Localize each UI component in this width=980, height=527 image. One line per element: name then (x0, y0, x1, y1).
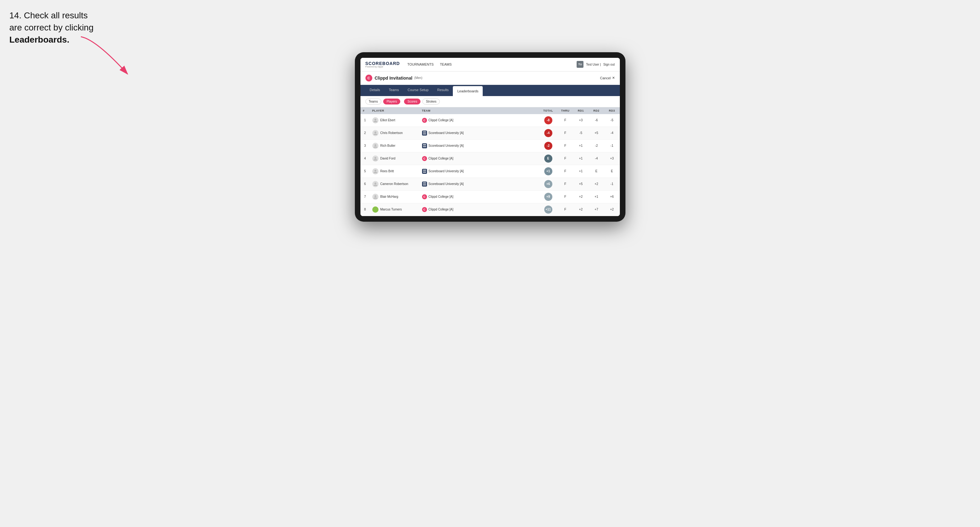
player-avatar (372, 143, 379, 149)
cell-total: -4 (539, 127, 558, 139)
cell-rd3: -4 (604, 127, 620, 139)
tournament-icon: C (366, 75, 372, 81)
nav-teams[interactable]: TEAMS (440, 62, 452, 66)
sign-out-link[interactable]: Sign out (603, 63, 615, 66)
col-rd3: RD3 (604, 107, 620, 114)
col-rd2: RD2 (589, 107, 604, 114)
cell-rd3: +3 (604, 152, 620, 165)
cell-team: Scoreboard University [A] (420, 127, 539, 139)
tablet-device: SCOREBOARD Powered by clippd TOURNAMENTS… (355, 52, 625, 222)
cell-player: Cameron Robertson (370, 178, 420, 190)
cell-rank: 3 (361, 139, 370, 152)
team-icon: C (422, 156, 427, 161)
col-rank: # (361, 107, 370, 114)
team-name: Scoreboard University [A] (429, 170, 464, 173)
cell-total: +1 (539, 165, 558, 178)
team-icon: C (422, 118, 427, 123)
tab-leaderboards[interactable]: Leaderboards (453, 86, 483, 96)
player-name: Rich Butler (380, 144, 396, 148)
cell-player: Blair McHarg (370, 190, 420, 203)
cell-rd1: -5 (573, 127, 589, 139)
cancel-button[interactable]: Cancel ✕ (600, 76, 614, 80)
player-name: Elliot Ebert (380, 119, 395, 122)
cell-total: -8 (539, 114, 558, 127)
tab-teams[interactable]: Teams (384, 85, 403, 96)
tournament-badge: (Men) (414, 76, 422, 79)
filter-strokes[interactable]: Strokes (422, 98, 440, 105)
cell-player: Elliot Ebert (370, 114, 420, 127)
cell-thru: F (558, 114, 573, 127)
tabs-bar: Details Teams Course Setup Results Leade… (361, 85, 620, 96)
filter-players[interactable]: Players (383, 98, 400, 105)
team-name: Scoreboard University [A] (429, 144, 464, 148)
cancel-label: Cancel (600, 76, 611, 80)
cell-total: E (539, 152, 558, 165)
user-name: Test User | (586, 63, 601, 66)
player-name: Cameron Robertson (380, 182, 408, 186)
tab-details[interactable]: Details (366, 85, 385, 96)
player-name: Rees Britt (380, 170, 394, 173)
cell-rd1: +3 (573, 114, 589, 127)
tablet-screen: SCOREBOARD Powered by clippd TOURNAMENTS… (361, 58, 620, 216)
cell-team: CClippd College [A] (420, 203, 539, 216)
logo-subtitle: Powered by clippd (366, 66, 400, 68)
cell-rd3: E (604, 165, 620, 178)
cell-rank: 6 (361, 178, 370, 190)
cell-rd2: -4 (589, 152, 604, 165)
page-header: C Clippd Invitational (Men) Cancel ✕ (361, 71, 620, 85)
cell-total: +9 (539, 190, 558, 203)
cell-team: CClippd College [A] (420, 190, 539, 203)
cell-team: CClippd College [A] (420, 152, 539, 165)
player-avatar (372, 206, 379, 213)
filter-teams[interactable]: Teams (366, 98, 381, 105)
team-name: Clippd College [A] (429, 157, 453, 160)
cell-team: CClippd College [A] (420, 114, 539, 127)
cell-rd1: +2 (573, 203, 589, 216)
svg-point-1 (374, 119, 376, 121)
navigation-bar: SCOREBOARD Powered by clippd TOURNAMENTS… (361, 58, 620, 71)
cell-player: David Ford (370, 152, 420, 165)
cell-rd1: +2 (573, 190, 589, 203)
team-icon (422, 143, 427, 148)
cell-rd2: E (589, 165, 604, 178)
tab-results[interactable]: Results (433, 85, 453, 96)
player-avatar (372, 156, 379, 162)
table-row: 2Chris RobertsonScoreboard University [A… (361, 127, 620, 139)
cell-rd2: +2 (589, 178, 604, 190)
cell-rd2: +1 (589, 190, 604, 203)
cell-rd1: +5 (573, 178, 589, 190)
player-avatar (372, 117, 379, 124)
nav-links: TOURNAMENTS TEAMS (407, 62, 577, 66)
cell-rd3: -5 (604, 114, 620, 127)
cell-thru: F (558, 152, 573, 165)
cell-thru: F (558, 178, 573, 190)
col-rd1: RD1 (573, 107, 589, 114)
cell-rank: 5 (361, 165, 370, 178)
table-header-row: # PLAYER TEAM TOTAL THRU RD1 RD2 RD3 (361, 107, 620, 114)
table-row: 1Elliot EbertCClippd College [A]-8F+3-6-… (361, 114, 620, 127)
tournament-name: Clippd Invitational (375, 76, 412, 81)
team-name: Clippd College [A] (429, 208, 453, 211)
logo-title: SCOREBOARD (366, 61, 400, 66)
team-name: Scoreboard University [A] (429, 131, 464, 135)
cell-rd3: +2 (604, 203, 620, 216)
table-row: 3Rich ButlerScoreboard University [A]-2F… (361, 139, 620, 152)
cell-team: Scoreboard University [A] (420, 165, 539, 178)
logo-area: SCOREBOARD Powered by clippd (366, 61, 400, 68)
filter-row: Teams Players Scores Strokes (361, 96, 620, 107)
filter-scores[interactable]: Scores (404, 98, 420, 105)
player-name: Blair McHarg (380, 195, 398, 198)
tab-course-setup[interactable]: Course Setup (403, 85, 433, 96)
svg-point-3 (374, 144, 376, 146)
instruction-line1: 14. Check all results (10, 11, 88, 20)
cell-thru: F (558, 165, 573, 178)
nav-tournaments[interactable]: TOURNAMENTS (407, 62, 434, 66)
close-icon: ✕ (612, 76, 615, 80)
player-avatar (372, 194, 379, 200)
instruction-line2: are correct by clicking (10, 23, 94, 32)
leaderboard-table: # PLAYER TEAM TOTAL THRU RD1 RD2 RD3 1El… (361, 107, 620, 216)
table-row: 7Blair McHargCClippd College [A]+9F+2+1+… (361, 190, 620, 203)
svg-point-4 (374, 157, 376, 159)
player-avatar (372, 130, 379, 136)
svg-point-5 (374, 170, 376, 171)
